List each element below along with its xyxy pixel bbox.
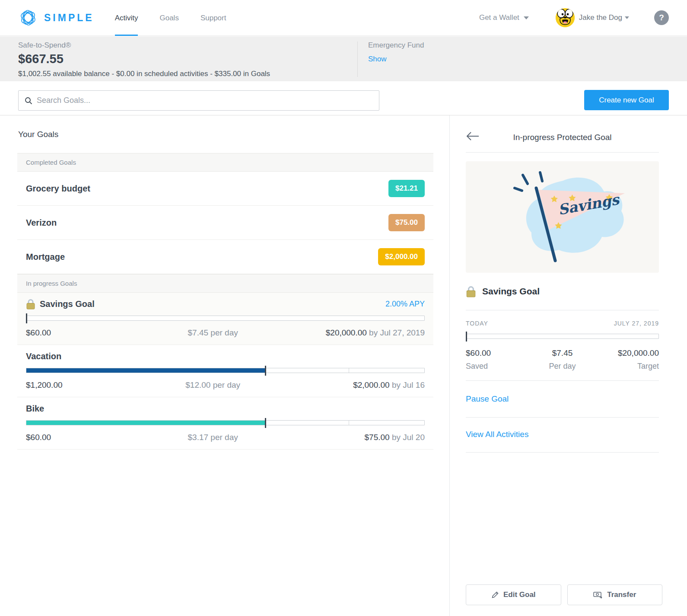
- progress-fill: [26, 421, 265, 425]
- saved-amount: $60.00: [26, 433, 150, 442]
- top-nav-bar: SIMPLE Activity Goals Support Get a Wall…: [0, 0, 687, 36]
- goal-name: Mortgage: [26, 252, 65, 262]
- detail-progress-bar: [466, 334, 659, 339]
- goal-row-savings-goal[interactable]: Savings Goal 2.00% APY $60.00 $7.45 per …: [17, 293, 433, 345]
- pause-goal-link[interactable]: Pause Goal: [466, 394, 659, 404]
- safe-to-spend-label: Safe-to-Spend®: [18, 41, 270, 50]
- balance-breakdown: $1,002.55 available balance - $0.00 in s…: [18, 70, 270, 78]
- pencil-icon: [491, 591, 499, 599]
- get-a-wallet-label: Get a Wallet: [479, 13, 519, 22]
- search-icon: [25, 97, 32, 105]
- safe-to-spend: Safe-to-Spend® $667.55 $1,002.55 availab…: [18, 41, 270, 78]
- detail-goal-name: Savings Goal: [482, 286, 540, 297]
- divider: [466, 310, 659, 310]
- get-a-wallet-menu[interactable]: Get a Wallet: [479, 13, 529, 22]
- tab-support[interactable]: Support: [200, 0, 226, 36]
- goal-name: Bike: [26, 404, 44, 414]
- pace-marker: [349, 368, 349, 373]
- saved-value: $60.00: [466, 348, 530, 358]
- saved-amount: $1,200.00: [26, 380, 150, 390]
- chevron-down-icon: [524, 16, 529, 19]
- target-label: Target: [595, 362, 659, 371]
- progress-marker: [265, 366, 266, 376]
- tab-goals[interactable]: Goals: [159, 0, 178, 36]
- chevron-down-icon: [625, 16, 629, 19]
- in-progress-goals-header: In progress Goals: [17, 274, 433, 293]
- edit-goal-button[interactable]: Edit Goal: [466, 584, 561, 605]
- per-day-stat: $7.45 Per day: [530, 348, 595, 371]
- create-new-goal-button[interactable]: Create new Goal: [584, 90, 669, 110]
- saved-label: Saved: [466, 362, 530, 371]
- main-nav: Activity Goals Support: [115, 0, 248, 35]
- search-box[interactable]: [18, 90, 379, 111]
- goals-list-title: Your Goals: [17, 130, 433, 139]
- progress-marker: [265, 418, 266, 428]
- savings-pennant-illustration-icon: Savings: [466, 161, 659, 273]
- goal-row-grocery-budget[interactable]: Grocery budget $21.21: [17, 172, 433, 206]
- progress-marker: [26, 313, 27, 323]
- jake-the-dog-avatar-icon: [556, 8, 575, 27]
- progress-fill: [26, 368, 265, 373]
- target-date-label: JULY 27, 2019: [614, 320, 659, 327]
- summary-divider: [357, 41, 358, 77]
- back-arrow-icon[interactable]: [466, 131, 480, 143]
- panel-divider: [449, 115, 450, 616]
- target-amount: $20,000.00 by Jul 27, 2019: [275, 328, 425, 338]
- completed-goals-header: Completed Goals: [17, 153, 433, 172]
- header-right: Get a Wallet: [479, 8, 669, 27]
- goal-name: Grocery budget: [26, 184, 90, 194]
- user-menu[interactable]: Jake the Dog: [556, 8, 629, 27]
- detail-footer: Edit Goal Transfer: [466, 584, 662, 605]
- page: SIMPLE Activity Goals Support Get a Wall…: [0, 0, 687, 616]
- goal-amount-badge: $2,000.00: [378, 248, 425, 265]
- goal-row-bike[interactable]: Bike $60.00 $3.17 per day $75.00 by Jul …: [17, 397, 433, 450]
- progress-bar: [26, 316, 425, 321]
- today-label: TODAY: [466, 320, 488, 327]
- goals-toolbar: Create new Goal: [0, 81, 687, 115]
- goal-detail-panel: In-progress Protected Goal Savings: [466, 130, 659, 453]
- per-day-amount: $12.00 per day: [150, 380, 275, 390]
- emergency-fund-show-link[interactable]: Show: [368, 55, 424, 64]
- goal-name: Verizon: [26, 218, 57, 228]
- tab-activity[interactable]: Activity: [115, 0, 138, 36]
- per-day-amount: $7.45 per day: [150, 328, 275, 338]
- account-summary-band: Safe-to-Spend® $667.55 $1,002.55 availab…: [0, 36, 687, 81]
- divider: [466, 152, 659, 153]
- view-all-activities-link[interactable]: View All Activities: [466, 430, 659, 439]
- goal-row-verizon[interactable]: Verizon $75.00: [17, 206, 433, 240]
- lock-icon: [26, 299, 35, 310]
- lock-icon: [466, 286, 476, 297]
- saved-amount: $60.00: [26, 328, 150, 338]
- goal-row-vacation[interactable]: Vacation $1,200.00 $12.00 per day $2,000…: [17, 345, 433, 397]
- simple-logo-icon: [18, 8, 38, 28]
- user-name: Jake the Dog: [579, 13, 622, 22]
- goal-name: Savings Goal: [40, 299, 95, 309]
- goal-row-mortgage[interactable]: Mortgage $2,000.00: [17, 240, 433, 274]
- goal-illustration: Savings: [466, 161, 659, 273]
- target-stat: $20,000.00 Target: [595, 348, 659, 371]
- avatar: [556, 8, 575, 27]
- progress-marker: [466, 332, 467, 342]
- search-input[interactable]: [37, 96, 373, 105]
- saved-stat: $60.00 Saved: [466, 348, 530, 371]
- detail-title: In-progress Protected Goal: [513, 133, 611, 142]
- per-day-value: $7.45: [530, 348, 595, 358]
- goal-amount-badge: $75.00: [388, 214, 425, 231]
- brand-name: SIMPLE: [44, 12, 94, 24]
- help-button[interactable]: ?: [654, 10, 669, 25]
- transfer-button[interactable]: Transfer: [567, 584, 663, 605]
- goal-name: Vacation: [26, 351, 61, 361]
- apy-label: 2.00% APY: [385, 300, 425, 309]
- divider: [466, 380, 659, 381]
- target-value: $20,000.00: [595, 348, 659, 358]
- divider: [466, 417, 659, 418]
- divider: [466, 452, 659, 453]
- per-day-amount: $3.17 per day: [150, 433, 275, 442]
- progress-bar: [26, 368, 425, 373]
- transfer-money-icon: [593, 591, 603, 599]
- pace-marker: [349, 421, 349, 425]
- safe-to-spend-amount: $667.55: [18, 52, 270, 66]
- emergency-fund-label: Emergency Fund: [368, 41, 424, 50]
- brand[interactable]: SIMPLE: [18, 8, 94, 28]
- target-amount: $2,000.00 by Jul 16: [275, 380, 425, 390]
